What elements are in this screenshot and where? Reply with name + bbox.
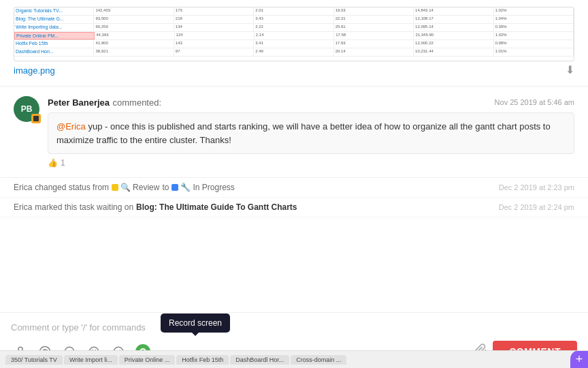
comment-action: commented: (113, 97, 162, 108)
status-change-2: Erica marked this task waiting on Blog: … (0, 198, 588, 217)
status-change-timestamp-2: Dec 2 2019 at 2:24 pm (499, 203, 574, 211)
download-icon[interactable]: ⬇ (566, 63, 574, 76)
image-filename-link[interactable]: image.png (14, 65, 55, 76)
status-action-2: marked this task waiting on (35, 202, 133, 212)
comment-content: Peter Banerjea commented: Nov 25 2019 at… (48, 96, 574, 168)
status-to-badge: 🔧 In Progress (172, 183, 234, 192)
status-change-1: Erica changed status from 🔍 Review to 🔧 … (0, 178, 588, 198)
status-change-left-2: Erica marked this task waiting on Blog: … (14, 202, 297, 212)
status-change-left-1: Erica changed status from 🔍 Review to 🔧 … (14, 183, 235, 192)
status-from-badge: 🔍 Review (112, 183, 159, 192)
avatar-badge-inner (33, 116, 39, 121)
bottom-taskbar: 350/ Tutorials TV Write Import li... Pri… (0, 350, 588, 368)
like-count: 1 (61, 158, 65, 168)
like-button[interactable]: 👍 1 (48, 158, 574, 168)
taskbar-tab-4[interactable]: DashBoardl Hor... (230, 355, 289, 365)
comment-meta: Peter Banerjea commented: (48, 96, 161, 108)
taskbar-tab-3[interactable]: Hotfix Feb 15th (176, 355, 229, 365)
comment-body: @Erica yup - once this is published and … (48, 112, 574, 154)
avatar-initials: PB (21, 104, 33, 114)
spreadsheet-preview: Organic Tutorials TV... 142,403 173 2.01… (14, 7, 574, 61)
waiting-task-link[interactable]: Blog: The Ultimate Guide To Gantt Charts (136, 202, 297, 212)
thumbs-up-icon: 👍 (48, 158, 58, 168)
status-actor-2: Erica (14, 202, 32, 212)
new-tab-button[interactable]: + (570, 350, 588, 368)
status-from-label: Review (133, 183, 159, 192)
taskbar-tab-2[interactable]: Private Online ... (119, 355, 176, 365)
status-dot-yellow (112, 184, 118, 191)
status-dot-blue (172, 184, 178, 191)
taskbar-tab-0[interactable]: 350/ Tutorials TV (5, 355, 63, 365)
comment-mention: @Erica (56, 121, 86, 132)
comment-header: Peter Banerjea commented: Nov 25 2019 at… (48, 96, 574, 108)
status-action-1: changed status from (35, 183, 109, 192)
status-actor-1: Erica (14, 183, 32, 192)
avatar: PB (14, 96, 39, 122)
status-to-text: to (162, 183, 169, 192)
status-change-timestamp-1: Dec 2 2019 at 2:23 pm (499, 183, 574, 191)
comment-placeholder[interactable]: Comment or type '/' for commands (11, 320, 577, 338)
taskbar-tab-1[interactable]: Write Import li... (64, 355, 118, 365)
main-container: Organic Tutorials TV... 142,403 173 2.01… (0, 0, 588, 368)
comment-text: yup - once this is published and starts … (56, 121, 551, 145)
comment-timestamp: Nov 25 2019 at 5:46 am (495, 98, 574, 106)
status-to-label: In Progress (193, 183, 234, 192)
comment-block: PB Peter Banerjea commented: Nov 25 2019… (0, 87, 588, 178)
avatar-badge (31, 114, 41, 123)
taskbar-tab-5[interactable]: Cross-domain ... (291, 355, 346, 365)
commenter-name: Peter Banerjea (48, 97, 110, 108)
image-attachment-section: Organic Tutorials TV... 142,403 173 2.01… (0, 0, 588, 87)
